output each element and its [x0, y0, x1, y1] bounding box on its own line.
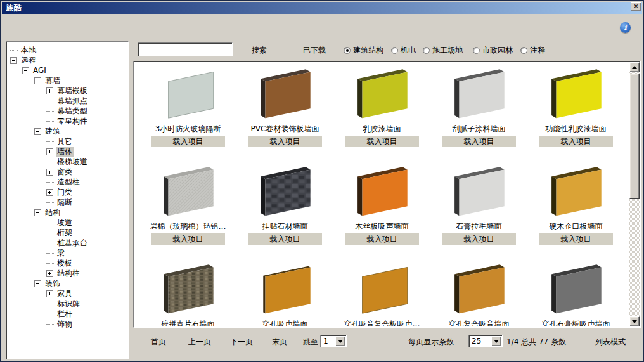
tree-item[interactable]: 窗类: [6, 167, 128, 177]
tree-item[interactable]: 门类: [6, 187, 128, 197]
expand-icon[interactable]: [46, 87, 53, 94]
tree-item[interactable]: 零星构件: [6, 116, 128, 126]
tree-item[interactable]: 装饰: [6, 278, 128, 288]
tree-item[interactable]: 其它: [6, 136, 128, 146]
load-project-button[interactable]: 载入项目: [539, 233, 613, 245]
radio-icon[interactable]: [391, 47, 398, 54]
expand-icon[interactable]: [46, 169, 53, 176]
tree-item[interactable]: 造型柱: [6, 177, 128, 187]
jump-page-value: 1: [323, 337, 328, 346]
expand-icon[interactable]: [46, 290, 53, 297]
load-project-button[interactable]: 载入项目: [442, 233, 516, 245]
radio-icon[interactable]: [473, 47, 480, 54]
collapse-icon[interactable]: [34, 280, 41, 287]
material-thumbnail[interactable]: [541, 67, 611, 122]
per-page-select[interactable]: 25: [468, 335, 503, 347]
list-mode-button[interactable]: 列表模式: [595, 337, 626, 347]
tree-item[interactable]: 栏杆: [6, 309, 128, 319]
collapse-icon[interactable]: [22, 67, 29, 74]
downloaded-filter-button[interactable]: 已下载: [303, 45, 326, 56]
material-thumbnail[interactable]: [444, 67, 514, 122]
material-thumbnail[interactable]: [347, 165, 417, 219]
material-thumbnail[interactable]: [347, 67, 417, 122]
tree-item[interactable]: 结构: [6, 207, 128, 217]
info-icon[interactable]: i: [620, 22, 631, 33]
material-thumbnail[interactable]: [444, 165, 514, 219]
tree-item[interactable]: 坡道: [6, 217, 128, 228]
category-radio-item[interactable]: 注释: [520, 45, 545, 56]
tree-item[interactable]: 梁: [6, 248, 128, 258]
load-project-button[interactable]: 载入项目: [248, 136, 322, 147]
search-button[interactable]: 搜索: [252, 45, 267, 56]
tree-item[interactable]: 墙体: [6, 146, 128, 157]
material-thumbnail[interactable]: [444, 262, 514, 317]
radio-icon[interactable]: [344, 47, 351, 54]
material-thumbnail[interactable]: [153, 67, 223, 122]
material-thumbnail[interactable]: [153, 262, 223, 317]
tree-item[interactable]: 桩基承台: [6, 238, 128, 248]
tree-connector: [46, 243, 54, 243]
close-icon[interactable]: ✕: [631, 2, 641, 11]
tree-item[interactable]: 隔断: [6, 197, 128, 207]
first-page-button[interactable]: 首页: [151, 337, 166, 347]
tree-item[interactable]: 家具: [6, 288, 128, 299]
tree-item[interactable]: 桁架: [6, 228, 128, 238]
prev-page-button[interactable]: 上一页: [188, 337, 211, 347]
load-project-button[interactable]: 载入项目: [345, 233, 419, 245]
material-thumbnail[interactable]: [347, 262, 417, 317]
jump-page-select[interactable]: 1: [320, 335, 347, 347]
expand-icon[interactable]: [46, 148, 53, 155]
radio-icon[interactable]: [423, 47, 430, 54]
category-radio-item[interactable]: 市政园林: [473, 45, 513, 56]
tree-connector: [46, 162, 54, 162]
load-project-button[interactable]: 载入项目: [345, 136, 419, 147]
tree-item[interactable]: 本地: [6, 45, 128, 55]
chevron-down-icon[interactable]: [491, 336, 501, 346]
scrollbar-thumb[interactable]: [629, 74, 640, 199]
material-thumbnail[interactable]: [153, 165, 223, 219]
next-page-button[interactable]: 下一页: [230, 337, 253, 347]
load-project-button[interactable]: 载入项目: [151, 136, 225, 147]
tree-item-label: 建筑: [44, 127, 61, 136]
expand-icon[interactable]: [46, 270, 53, 277]
collapse-icon[interactable]: [34, 77, 41, 84]
search-input[interactable]: [138, 42, 233, 56]
material-thumbnail[interactable]: [250, 165, 320, 219]
scroll-up-icon[interactable]: [629, 62, 640, 72]
collapse-icon[interactable]: [34, 128, 41, 135]
tree-item[interactable]: AGI: [6, 65, 128, 75]
load-project-button[interactable]: 载入项目: [442, 136, 516, 147]
tree-item[interactable]: 饰物: [6, 319, 128, 329]
tree-item[interactable]: 幕墙抓点: [6, 96, 128, 106]
tree-item[interactable]: 远程: [6, 55, 128, 65]
expand-icon[interactable]: [46, 189, 53, 196]
collapse-icon[interactable]: [34, 209, 41, 216]
category-radio-item[interactable]: 建筑结构: [344, 45, 383, 56]
material-thumbnail[interactable]: [541, 262, 611, 317]
tree-item[interactable]: 标识牌: [6, 299, 128, 309]
category-radio-item[interactable]: 施工场地: [423, 45, 463, 56]
tree-item[interactable]: 结构柱: [6, 268, 128, 278]
tree-item[interactable]: 楼板: [6, 258, 128, 268]
tree-item[interactable]: 幕墙类型: [6, 106, 128, 116]
scroll-down-icon[interactable]: [629, 316, 640, 326]
material-name: 3小时防火玻璃隔断: [139, 124, 236, 134]
load-project-button[interactable]: 载入项目: [151, 233, 225, 245]
load-project-button[interactable]: 载入项目: [539, 136, 613, 147]
collapse-icon[interactable]: [10, 57, 17, 64]
tree-item-label: 结构柱: [56, 269, 81, 278]
vertical-scrollbar[interactable]: [629, 62, 640, 326]
tree-item[interactable]: 楼梯坡道: [6, 157, 128, 167]
chevron-down-icon[interactable]: [335, 336, 345, 346]
category-radio-item[interactable]: 机电: [391, 45, 416, 56]
material-thumbnail[interactable]: [541, 165, 611, 219]
material-thumbnail[interactable]: [250, 67, 320, 122]
tree-item[interactable]: 幕墙: [6, 75, 128, 86]
load-project-button[interactable]: 载入项目: [248, 233, 322, 245]
last-page-button[interactable]: 末页: [272, 337, 287, 347]
material-thumbnail[interactable]: [250, 262, 320, 317]
material-name: 硬木企口板墙面: [527, 221, 624, 231]
tree-item[interactable]: 建筑: [6, 126, 128, 136]
radio-icon[interactable]: [520, 47, 527, 54]
tree-item[interactable]: 幕墙嵌板: [6, 86, 128, 96]
